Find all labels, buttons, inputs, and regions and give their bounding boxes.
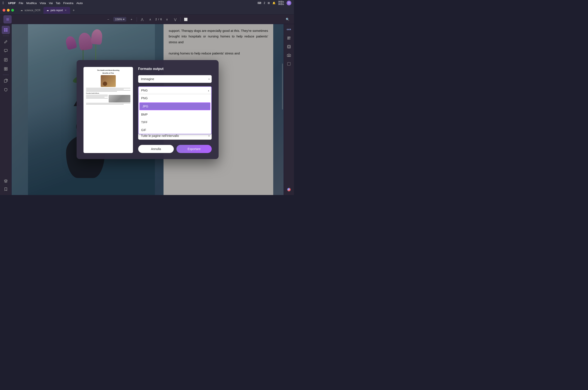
- format-png-label: PNG: [141, 97, 148, 100]
- preview-col-2: [109, 94, 130, 102]
- page-range-arrow: ▾: [209, 135, 210, 137]
- preview-dog-img2: [109, 95, 130, 102]
- extract-button[interactable]: [285, 34, 293, 42]
- bottom-line-1: [86, 103, 130, 103]
- toolbar-right: 🔍: [284, 16, 290, 22]
- zoom-in-button[interactable]: +: [129, 16, 135, 22]
- system-icon-3: ⊞: [268, 1, 270, 4]
- maximize-button[interactable]: [11, 9, 14, 12]
- format-option-png[interactable]: PNG: [138, 94, 211, 102]
- cancel-button[interactable]: Annulla: [138, 145, 174, 153]
- tab-science-ocr[interactable]: ☁ science_OCR: [17, 7, 44, 14]
- page-display: 2 / 6: [155, 18, 162, 21]
- zoom-value: 158%: [115, 18, 122, 21]
- next-page-button[interactable]: ∨: [164, 16, 170, 22]
- sidebar-thumbnails[interactable]: [2, 26, 10, 34]
- apple-menu[interactable]: : [2, 1, 4, 5]
- sidebar-sep-2: [3, 75, 9, 75]
- format-option-tiff[interactable]: TIFF: [138, 118, 211, 126]
- format-option-gif[interactable]: GIF: [138, 126, 211, 134]
- scan-button[interactable]: [285, 43, 293, 50]
- sidebar-organize[interactable]: [2, 65, 10, 73]
- dialog-preview: The Health and Mood-Boosting Benefits of…: [84, 67, 133, 153]
- format-jpg-label: JPG: [142, 105, 148, 108]
- svg-rect-2: [4, 30, 5, 32]
- menu-modifica[interactable]: Modifica: [26, 1, 37, 5]
- export-button[interactable]: Esportare: [177, 145, 212, 153]
- menu-finestra[interactable]: Finestra: [63, 1, 73, 5]
- zoom-out-button[interactable]: −: [105, 16, 111, 22]
- preview-two-col: [86, 94, 130, 102]
- format-gif-label: GIF: [141, 128, 146, 132]
- tab-pets-report[interactable]: ☁ pets report ✕: [44, 7, 70, 14]
- zoom-display[interactable]: 158% ▾: [113, 17, 126, 22]
- svg-rect-15: [288, 46, 290, 48]
- format-current-value: PNG: [141, 89, 148, 92]
- format-option-jpg[interactable]: JPG: [139, 102, 210, 110]
- camera-button[interactable]: [285, 52, 293, 59]
- menu-updf[interactable]: UPDF: [8, 1, 16, 5]
- svg-rect-10: [6, 67, 7, 69]
- system-icon-1: ⌨: [258, 1, 261, 4]
- menu-vista[interactable]: Vista: [40, 1, 46, 5]
- toolbar-left: ⊞: [3, 15, 12, 23]
- menu-vai[interactable]: Vai: [49, 1, 53, 5]
- format-trigger[interactable]: PNG ▴: [138, 86, 212, 94]
- ai-button-wrapper: [285, 186, 293, 193]
- sidebar-edit[interactable]: [2, 38, 10, 46]
- add-tab-button[interactable]: +: [71, 8, 76, 12]
- search-button[interactable]: 🔍: [284, 16, 290, 22]
- user-avatar[interactable]: T: [287, 1, 291, 5]
- snapshot-button[interactable]: [285, 60, 293, 68]
- preview-page: The Health and Mood-Boosting Benefits of…: [84, 67, 133, 153]
- sidebar-bookmark[interactable]: [2, 185, 10, 193]
- annotation-button[interactable]: ⬜: [183, 16, 189, 22]
- output-format-select[interactable]: Immagine: [138, 75, 212, 83]
- menu-aiuto[interactable]: Aiuto: [76, 1, 83, 5]
- sidebar-convert[interactable]: [2, 77, 10, 85]
- dog-head: [103, 82, 107, 86]
- last-page-button[interactable]: ⋁: [172, 16, 178, 22]
- menu-file[interactable]: File: [19, 1, 23, 5]
- sidebar-form[interactable]: [2, 56, 10, 64]
- format-dropdown: PNG JPG BMP TIFF: [138, 94, 212, 134]
- toolbar-separator-2: [180, 17, 181, 22]
- format-tiff-label: TIFF: [141, 121, 148, 124]
- menu-tab[interactable]: Tab: [56, 1, 60, 5]
- pdf-area: support. Therapy dogs are especially goo…: [12, 24, 284, 195]
- first-page-button[interactable]: ⋀: [139, 16, 145, 22]
- dialog-right-panel: Formato output Immagine ▾ PNG ▴: [138, 67, 212, 153]
- modal-overlay: The Health and Mood-Boosting Benefits of…: [12, 24, 284, 195]
- bottom-line-2: [86, 104, 124, 105]
- tab-bar: ☁ science_OCR ☁ pets report ✕ +: [0, 6, 294, 15]
- format-option-bmp[interactable]: BMP: [138, 111, 211, 118]
- main-layout: support. Therapy dogs are especially goo…: [0, 24, 294, 195]
- system-icon-2: 2: [264, 1, 265, 4]
- export-label: Esportare: [188, 147, 201, 151]
- svg-rect-13: [4, 80, 6, 82]
- current-page: 2: [155, 18, 157, 21]
- minimize-button[interactable]: [7, 9, 10, 12]
- toolbar-separator-1: [136, 17, 137, 22]
- col1-line3: [86, 97, 105, 98]
- sidebar-layers[interactable]: [2, 177, 10, 185]
- svg-rect-4: [4, 49, 7, 51]
- dialog-buttons: Annulla Esportare: [138, 145, 212, 153]
- page-separator: /: [158, 18, 159, 21]
- svg-rect-1: [6, 28, 7, 30]
- output-format-wrapper: Immagine ▾: [138, 75, 212, 83]
- format-dropdown-container: PNG ▴ PNG JPG BMP: [138, 86, 212, 94]
- sidebar-protect[interactable]: [2, 86, 10, 94]
- close-button[interactable]: [2, 9, 5, 12]
- tab-close-button[interactable]: ✕: [64, 9, 67, 12]
- sidebar-comment[interactable]: [2, 47, 10, 55]
- prev-page-button[interactable]: ∧: [147, 16, 153, 22]
- cloud-icon-2: ☁: [46, 9, 49, 12]
- tab-pets-report-label: pets report: [50, 9, 63, 12]
- thumbnail-sidebar-toggle[interactable]: ⊞: [3, 15, 12, 23]
- ai-button[interactable]: [285, 186, 293, 193]
- system-icon-4: 🔔: [272, 1, 276, 4]
- toolbar: ⊞ − 158% ▾ + ⋀ ∧ 2 / 6 ∨ ⋁ ⬜ 🔍: [0, 15, 294, 24]
- ocr-button[interactable]: OCR: [285, 26, 293, 33]
- cloud-icon-1: ☁: [20, 9, 23, 12]
